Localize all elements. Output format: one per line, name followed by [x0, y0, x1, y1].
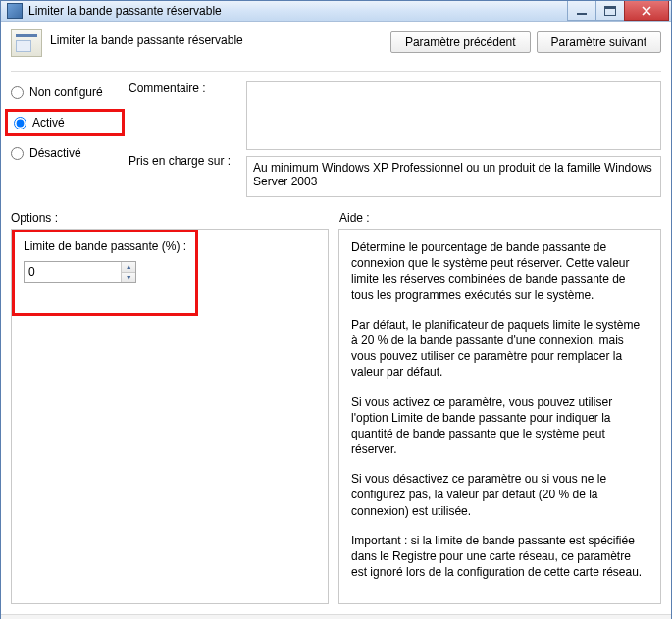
- radio-enabled-label: Activé: [32, 116, 65, 129]
- maximize-button[interactable]: [595, 1, 625, 21]
- help-label: Aide :: [339, 211, 370, 225]
- help-panel: Détermine le pourcentage de bande passan…: [338, 229, 661, 604]
- help-paragraph: Si vous activez ce paramètre, vous pouve…: [351, 394, 648, 458]
- top-section: Non configuré Activé Désactivé Commentai…: [11, 81, 661, 197]
- close-icon: [642, 6, 651, 16]
- dialog-window: Limiter la bande passante réservable Lim…: [0, 0, 672, 619]
- minimize-button[interactable]: [567, 1, 596, 21]
- app-icon: [7, 3, 23, 19]
- spinner-buttons: ▲ ▼: [121, 262, 135, 282]
- supported-label: Pris en charge sur :: [129, 154, 236, 168]
- next-setting-button[interactable]: Paramètre suivant: [537, 31, 661, 53]
- header-row: Limiter la bande passante réservable Par…: [11, 29, 661, 57]
- titlebar[interactable]: Limiter la bande passante réservable: [1, 1, 671, 22]
- radio-enabled[interactable]: Activé: [14, 116, 116, 129]
- field-values: Au minimum Windows XP Professionnel ou u…: [246, 81, 661, 197]
- spinner-up-button[interactable]: ▲: [122, 262, 135, 273]
- dialog-footer: OK Annuler Appliquer: [1, 614, 671, 619]
- close-button[interactable]: [624, 1, 669, 21]
- panels: Limite de bande passante (%) : ▲ ▼ Déter…: [11, 229, 661, 604]
- help-paragraph: Si vous désactivez ce paramètre ou si vo…: [351, 471, 648, 519]
- comment-label: Commentaire :: [129, 81, 236, 154]
- options-label: Options :: [11, 211, 339, 225]
- bandwidth-limit-input[interactable]: [25, 262, 121, 282]
- previous-setting-button[interactable]: Paramètre précédent: [390, 31, 531, 53]
- help-paragraph: Par défaut, le planificateur de paquets …: [351, 317, 648, 381]
- radio-not-configured-input[interactable]: [11, 86, 24, 99]
- radio-disabled-input[interactable]: [11, 147, 24, 160]
- highlight-enabled: Activé: [5, 109, 125, 136]
- help-paragraph: Important : si la limite de bande passan…: [351, 533, 648, 581]
- radio-disabled-label: Désactivé: [29, 146, 81, 160]
- section-labels: Options : Aide :: [11, 211, 661, 225]
- state-radio-group: Non configuré Activé Désactivé: [11, 81, 119, 197]
- window-title: Limiter la bande passante réservable: [28, 4, 568, 18]
- supported-text: Au minimum Windows XP Professionnel ou u…: [246, 156, 661, 197]
- bandwidth-limit-label: Limite de bande passante (%) :: [24, 239, 316, 253]
- radio-disabled[interactable]: Désactivé: [11, 146, 119, 160]
- help-paragraph: Détermine le pourcentage de bande passan…: [351, 239, 648, 303]
- spinner-down-button[interactable]: ▼: [122, 273, 135, 283]
- bandwidth-limit-spinner[interactable]: ▲ ▼: [24, 261, 136, 283]
- radio-not-configured-label: Non configuré: [29, 85, 103, 99]
- comment-input[interactable]: [246, 81, 661, 150]
- options-panel: Limite de bande passante (%) : ▲ ▼: [11, 229, 329, 604]
- nav-buttons: Paramètre précédent Paramètre suivant: [390, 29, 661, 53]
- divider: [11, 71, 661, 72]
- policy-title: Limiter la bande passante réservable: [50, 29, 243, 47]
- radio-not-configured[interactable]: Non configuré: [11, 85, 119, 99]
- policy-icon: [11, 29, 42, 57]
- window-controls: [568, 1, 669, 21]
- content-area: Limiter la bande passante réservable Par…: [1, 22, 671, 614]
- radio-enabled-input[interactable]: [14, 117, 26, 129]
- field-labels: Commentaire : Pris en charge sur :: [129, 81, 236, 197]
